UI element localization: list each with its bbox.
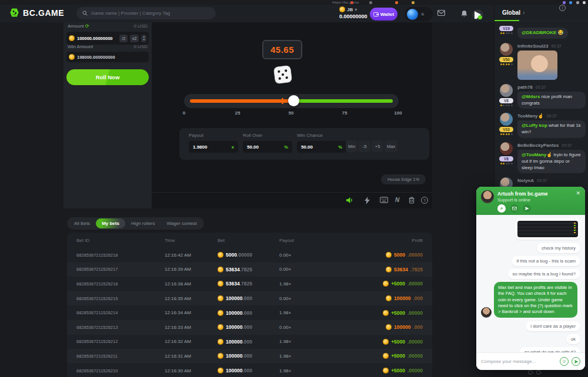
- plus-5-button[interactable]: +5: [372, 140, 383, 152]
- verify-seed-icon[interactable]: [409, 197, 415, 204]
- chat-message-meta: V8: [498, 142, 514, 173]
- bet-amount-value: 100000.00000000: [77, 36, 117, 41]
- chat-avatar[interactable]: [500, 142, 513, 155]
- compose-send-icon[interactable]: [572, 357, 580, 366]
- dice-icon: [272, 63, 294, 86]
- support-search-icon[interactable]: ⌕: [497, 204, 506, 213]
- win-chance-input[interactable]: 50.00%: [297, 141, 346, 153]
- extension-icon[interactable]: [563, 1, 566, 4]
- browser-icon[interactable]: [412, 1, 415, 4]
- bet-time: 12:16:35 AM: [165, 296, 218, 301]
- bet-amount-input[interactable]: 100000.00000000 /2 x2 ▴▾: [66, 32, 149, 45]
- support-telegram-icon[interactable]: [523, 204, 531, 213]
- bc-game-page: https://bc.game BC.GAME Game name | Prov…: [0, 0, 588, 377]
- minus-5-button[interactable]: -5: [359, 140, 370, 152]
- bc-game-logo[interactable]: BC.GAME: [9, 8, 64, 18]
- chat-rules-icon[interactable]: i: [559, 5, 566, 11]
- close-support-icon[interactable]: ✕: [576, 190, 580, 196]
- tab-my-bets[interactable]: My bets: [96, 218, 125, 228]
- bet-row[interactable]: 6828536721152621112:16:31 AM100000.0001.…: [67, 349, 432, 363]
- tab-all-bets[interactable]: All Bets: [68, 218, 96, 228]
- browser-icon[interactable]: [395, 1, 398, 4]
- compose-input[interactable]: Compose your message...: [481, 359, 557, 364]
- hotkeys-keyboard-icon[interactable]: [380, 197, 388, 203]
- result-marker: [282, 98, 283, 104]
- browser-icon[interactable]: [350, 1, 353, 4]
- gif-icon[interactable]: [536, 370, 541, 375]
- extension-icon[interactable]: [583, 1, 586, 4]
- bet-row[interactable]: 6828536721152621312:16:33 AM100000.0000.…: [67, 320, 432, 335]
- browser-icon[interactable]: [369, 1, 372, 4]
- emoji-icon[interactable]: [528, 370, 533, 375]
- chat-image-attachment[interactable]: [517, 51, 557, 80]
- roll-over-unit: %: [284, 144, 288, 150]
- volume-icon[interactable]: [346, 197, 353, 204]
- messages-icon[interactable]: [437, 10, 445, 16]
- bet-row[interactable]: 6828536721152621612:16:38 AM53634.78251.…: [67, 277, 432, 291]
- help-icon[interactable]: ?: [421, 197, 428, 204]
- chat-avatar[interactable]: [500, 113, 513, 126]
- chat-avatar[interactable]: [500, 84, 513, 97]
- compose-emoji-icon[interactable]: ☺: [560, 357, 569, 366]
- extension-icon[interactable]: [569, 1, 572, 4]
- col-payout: Payout: [279, 238, 344, 243]
- min-button[interactable]: Min: [346, 140, 358, 152]
- turbo-bolt-icon[interactable]: [365, 197, 370, 204]
- vip-badge: V8: [499, 156, 513, 161]
- step-down-icon[interactable]: ▾: [143, 38, 145, 42]
- chat-message: V50InfiniteSoul2300:37: [498, 43, 586, 80]
- bet-row[interactable]: 6828536721152621812:16:42 AM5000.000000.…: [67, 248, 432, 262]
- roll-now-button[interactable]: Roll Now: [66, 69, 149, 85]
- support-status: Support is online: [497, 197, 530, 203]
- payout-input[interactable]: 1.9800x: [189, 141, 238, 153]
- bet-row[interactable]: 6828536721152621012:16:30 AM100000.0001.…: [67, 363, 432, 377]
- support-messages: check my historyif this not a bug - this…: [476, 215, 585, 352]
- win-amount-input[interactable]: 198000.000000000: [66, 52, 149, 62]
- bet-payout: 1.98×: [279, 354, 344, 359]
- chat-message-meta: V8: [498, 84, 514, 109]
- tab-wager-contest[interactable]: Wager contest: [161, 218, 202, 228]
- currency-toggle-icon[interactable]: ⟳: [85, 23, 89, 29]
- tab-high-rollers[interactable]: High rollers: [125, 218, 161, 228]
- logo-icon: [9, 8, 19, 18]
- payout-label: Payout: [189, 133, 238, 138]
- chat-message: V19@DEADBROKE 😂: [498, 26, 586, 39]
- bet-profit: 5000.00000: [386, 252, 423, 258]
- chat-room-title[interactable]: Global: [502, 9, 520, 16]
- max-button[interactable]: Max: [385, 140, 397, 152]
- support-user-message: check my history: [537, 243, 580, 253]
- amount-stepper[interactable]: ▴▾: [141, 35, 146, 42]
- roll-over-input[interactable]: 50.00%: [243, 141, 292, 153]
- bet-row[interactable]: 6828536721152621412:16:34 AM100000.0001.…: [67, 305, 432, 320]
- support-mail-icon[interactable]: [510, 204, 519, 213]
- double-bet-button[interactable]: x2: [130, 35, 139, 42]
- chat-message-body: BeBeBeckyPantss00:37@TooMany☝ tryin to f…: [517, 142, 586, 173]
- slider-handle[interactable]: [288, 95, 299, 106]
- chat-message-header: BeBeBeckyPantss00:37: [517, 143, 586, 148]
- search-input[interactable]: Game name | Provider | Category Tag: [76, 7, 216, 19]
- bonus-spin-icon[interactable]: [472, 9, 483, 21]
- chevron-right-icon[interactable]: ›: [523, 9, 524, 16]
- bet-payout: 0.00×: [279, 325, 344, 330]
- extension-icon[interactable]: [576, 1, 579, 4]
- chat-avatar[interactable]: [500, 43, 513, 56]
- bet-row[interactable]: 6828536721152621512:16:35 AM100000.0000.…: [67, 291, 432, 306]
- roll-slider[interactable]: [184, 94, 399, 108]
- half-bet-button[interactable]: /2: [119, 35, 128, 42]
- scale-tick: 75: [342, 110, 348, 116]
- col-bet: Bet: [218, 238, 279, 243]
- active-tab-indicator: [495, 20, 519, 21]
- avatar[interactable]: [407, 9, 418, 20]
- profile-menu[interactable]: ≡: [405, 7, 433, 21]
- wallet-button[interactable]: Wallet: [370, 8, 397, 21]
- bet-row[interactable]: 6828536721152621212:16:32 AM100000.0001.…: [67, 335, 432, 349]
- wallet-label: Wallet: [380, 12, 394, 17]
- support-agent-avatar: [481, 307, 492, 318]
- trends-icon[interactable]: N: [395, 197, 399, 203]
- notifications-bell-icon[interactable]: [461, 10, 467, 17]
- level-dots: [500, 133, 513, 135]
- bet-row[interactable]: 6828536721152621712:16:39 AM53634.78250.…: [67, 262, 432, 277]
- bet-id: 68285367211526214: [76, 310, 165, 315]
- chat-message: V33TooMany☝00:37@Luffy kop what for that…: [498, 113, 586, 138]
- browser-bar[interactable]: https://bc.game: [0, 0, 588, 5]
